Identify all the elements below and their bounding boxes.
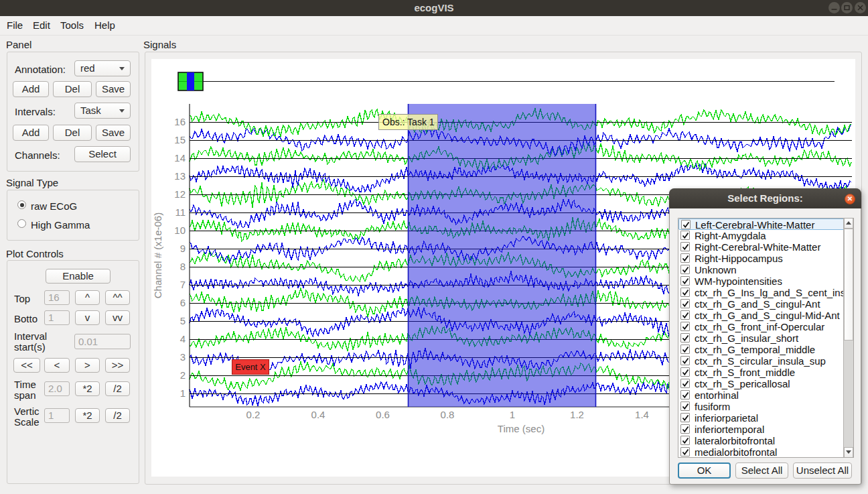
svg-text:9: 9 (180, 243, 186, 254)
svg-text:0.2: 0.2 (246, 409, 261, 420)
svg-text:14: 14 (174, 152, 186, 164)
svg-text:4: 4 (180, 333, 186, 345)
svg-text:10: 10 (174, 225, 186, 236)
svg-text:6: 6 (180, 297, 186, 308)
svg-text:13: 13 (174, 170, 186, 182)
svg-text:3: 3 (180, 351, 186, 363)
svg-text:8: 8 (180, 261, 186, 272)
svg-text:1.4: 1.4 (635, 409, 649, 420)
svg-text:15: 15 (174, 134, 186, 145)
svg-text:12: 12 (174, 188, 186, 200)
svg-text:5: 5 (180, 315, 186, 326)
svg-text:2: 2 (180, 369, 186, 381)
svg-text:16: 16 (174, 116, 186, 127)
svg-text:0.8: 0.8 (441, 409, 455, 420)
svg-text:7: 7 (180, 279, 186, 290)
svg-text:Time (sec): Time (sec) (498, 423, 545, 434)
svg-text:Channel # (x1e-06): Channel # (x1e-06) (152, 212, 163, 298)
svg-text:1.2: 1.2 (570, 409, 584, 420)
svg-text:0.4: 0.4 (311, 409, 326, 420)
svg-text:11: 11 (175, 206, 186, 218)
svg-text:1: 1 (510, 409, 515, 420)
svg-text:0.6: 0.6 (376, 409, 390, 420)
svg-text:1: 1 (180, 387, 186, 399)
